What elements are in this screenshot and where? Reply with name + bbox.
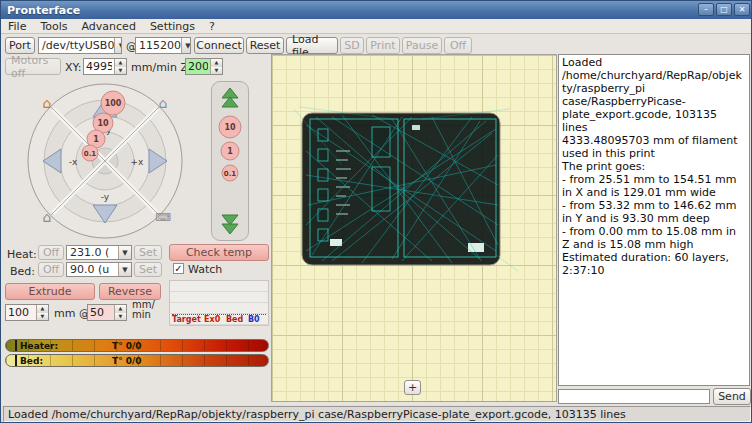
jog-plus-x-label[interactable]: +x xyxy=(131,157,145,167)
graph-legend-b0: B0 xyxy=(248,315,260,324)
titlebar[interactable]: Pronterface – □ ✕ xyxy=(1,1,752,19)
extrude-at-label: mm @ xyxy=(54,307,90,320)
spin-down-icon[interactable]: ▼ xyxy=(37,313,48,321)
watch-checkbox[interactable]: ✓ xyxy=(173,263,184,274)
minimize-button[interactable]: – xyxy=(698,3,714,16)
bed-gauge: Bed: T° 0/0 xyxy=(5,354,269,367)
graph-legend-ex0: Ex0 xyxy=(204,315,220,324)
send-button[interactable]: Send xyxy=(713,388,751,405)
chevron-down-icon[interactable]: ▼ xyxy=(118,246,131,259)
spinner-arrows[interactable]: ▲▼ xyxy=(210,59,222,74)
spin-down-icon[interactable]: ▼ xyxy=(211,67,222,75)
gauge-needle-icon xyxy=(15,355,17,366)
extrude-speed-spinner[interactable]: ▲▼ xyxy=(87,304,127,321)
heater-gauge-label: Heater: xyxy=(20,341,58,351)
distance-100-label[interactable]: 100 xyxy=(105,99,122,108)
extrude-speed-input[interactable] xyxy=(88,305,114,320)
motors-off-button: Motors off xyxy=(5,58,61,75)
baud-combo-value: 115200 xyxy=(139,39,181,52)
connect-button[interactable]: Connect xyxy=(194,37,244,54)
check-temp-button[interactable]: Check temp xyxy=(169,244,269,261)
chevron-down-icon[interactable]: ▼ xyxy=(118,263,131,276)
sd-button: SD xyxy=(340,37,364,54)
bed-temp-combo[interactable]: 90.0 (u ▼ xyxy=(66,262,132,277)
pronterface-window: Pronterface – □ ✕ File Tools Advanced Se… xyxy=(0,0,752,423)
xy-rate-input[interactable] xyxy=(84,59,114,74)
graph-legend-bed: Bed xyxy=(226,315,243,324)
bed-temp-value: 90.0 (u xyxy=(70,263,109,276)
extrude-length-input[interactable] xyxy=(6,305,36,320)
distance-1-label[interactable]: 1 xyxy=(93,135,99,144)
watch-label: Watch xyxy=(188,263,222,276)
z-jog-strip: 10 1 0.1 xyxy=(211,81,249,241)
spin-down-icon[interactable]: ▼ xyxy=(115,67,126,75)
home-y-icon[interactable]: ⌂ xyxy=(159,95,168,111)
spinner-arrows[interactable]: ▲▼ xyxy=(114,59,126,74)
pause-button: Pause xyxy=(402,37,442,54)
statusbar-text: Loaded /home/churchyard/RepRap/objekty/r… xyxy=(8,408,626,421)
menu-advanced[interactable]: Advanced xyxy=(75,19,143,34)
xy-rate-spinner[interactable]: ▲▼ xyxy=(83,58,127,75)
z-rate-label: mm/min Z: xyxy=(131,61,192,74)
maximize-button[interactable]: □ xyxy=(716,3,732,16)
spinner-arrows[interactable]: ▲▼ xyxy=(114,305,126,320)
port-combo[interactable]: /dev/ttyUSB0 ▼ xyxy=(38,37,122,54)
xy-jog-pad[interactable]: +y -y -x +x ⌂ ⌂ ⌂ ⌨ 100 10 1 0.1 xyxy=(25,81,185,241)
spinner-arrows[interactable]: ▲▼ xyxy=(36,305,48,320)
chevron-down-icon[interactable]: ▼ xyxy=(114,38,122,53)
temperature-graph[interactable]: Target Ex0 Bed B0 xyxy=(169,280,269,326)
extrude-unit-label: mm/ min xyxy=(132,300,155,320)
heat-off-button: Off xyxy=(38,245,64,260)
z-distance-01-label[interactable]: 0.1 xyxy=(224,170,237,178)
zoom-in-button[interactable]: + xyxy=(404,380,421,395)
distance-01-label[interactable]: 0.1 xyxy=(84,150,97,158)
port-button[interactable]: Port xyxy=(5,37,35,54)
gcode-viewer[interactable]: + xyxy=(271,54,557,402)
gauge-needle-icon xyxy=(15,340,17,351)
bed-gauge-value: T° 0/0 xyxy=(112,356,142,366)
distance-10-label[interactable]: 10 xyxy=(97,119,109,128)
home-xy-icon[interactable]: ⌂ xyxy=(43,95,52,111)
z-distance-10-label[interactable]: 10 xyxy=(224,123,236,132)
print-preview xyxy=(272,55,556,401)
log-output[interactable]: Loaded /home/churchyard/RepRap/objekty/r… xyxy=(558,54,750,386)
bed-label: Bed: xyxy=(7,265,35,278)
z-distance-1-label[interactable]: 1 xyxy=(227,147,233,156)
jog-minus-x-label[interactable]: -x xyxy=(69,157,78,167)
reset-button[interactable]: Reset xyxy=(246,37,284,54)
menu-file[interactable]: File xyxy=(1,19,33,34)
menu-settings[interactable]: Settings xyxy=(143,19,202,34)
menubar: File Tools Advanced Settings ? xyxy=(1,19,752,34)
spin-up-icon[interactable]: ▲ xyxy=(115,59,126,67)
menu-tools[interactable]: Tools xyxy=(33,19,74,34)
heater-gauge-value: T° 0/0 xyxy=(112,341,142,351)
graph-legend-target: Target xyxy=(172,315,201,324)
load-file-button[interactable]: Load file xyxy=(286,37,338,54)
command-input[interactable] xyxy=(558,389,710,404)
bed-set-button: Set xyxy=(134,262,162,277)
heater-gauge: Heater: T° 0/0 xyxy=(5,339,269,352)
statusbar: Loaded /home/churchyard/RepRap/objekty/r… xyxy=(1,405,752,423)
menu-help[interactable]: ? xyxy=(202,19,222,34)
z-down-icon[interactable] xyxy=(222,224,238,234)
spin-up-icon[interactable]: ▲ xyxy=(211,59,222,67)
print-button: Print xyxy=(366,37,400,54)
jog-minus-y-label[interactable]: -y xyxy=(101,192,110,202)
heat-temp-combo[interactable]: 231.0 ( ▼ xyxy=(66,245,132,260)
window-title: Pronterface xyxy=(1,4,80,17)
extrude-button[interactable]: Extrude xyxy=(5,283,95,300)
keyboard-jog-icon[interactable]: ⌨ xyxy=(155,211,171,224)
home-x-icon[interactable]: ⌂ xyxy=(43,209,52,225)
close-button[interactable]: ✕ xyxy=(734,3,750,16)
extrude-length-spinner[interactable]: ▲▼ xyxy=(5,304,49,321)
z-rate-spinner[interactable]: ▲▼ xyxy=(185,58,223,75)
reverse-button[interactable]: Reverse xyxy=(99,283,161,300)
chevron-down-icon[interactable]: ▼ xyxy=(181,38,191,53)
baud-combo[interactable]: 115200 ▼ xyxy=(135,37,191,54)
spin-up-icon[interactable]: ▲ xyxy=(115,305,126,313)
spin-up-icon[interactable]: ▲ xyxy=(37,305,48,313)
z-rate-input[interactable] xyxy=(186,59,210,74)
heat-temp-value: 231.0 ( xyxy=(70,246,109,259)
xy-rate-label: XY: xyxy=(65,61,82,74)
spin-down-icon[interactable]: ▼ xyxy=(115,313,126,321)
